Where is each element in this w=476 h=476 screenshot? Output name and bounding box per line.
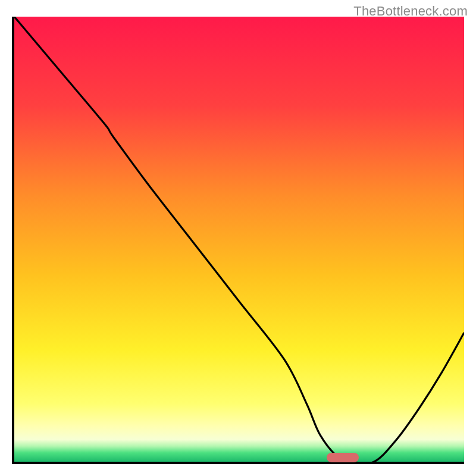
plot-area bbox=[12, 17, 464, 464]
optimal-point-marker bbox=[327, 453, 359, 462]
bottleneck-curve bbox=[14, 17, 464, 462]
